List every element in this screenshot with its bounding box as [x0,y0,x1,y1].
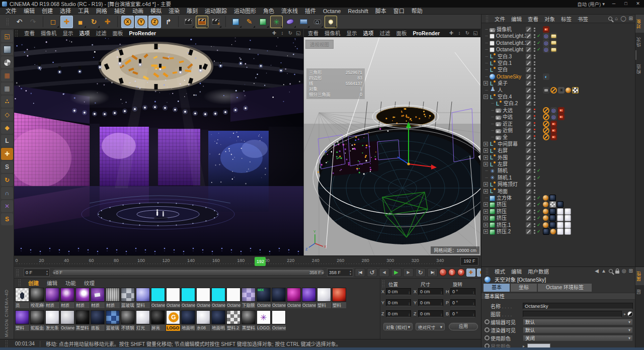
toggle-view-icon[interactable]: ◱ [295,30,301,36]
material-thumbnail[interactable] [211,288,225,302]
add-panel-icon[interactable]: ⊞ [629,16,633,21]
mat-white-tag[interactable] [565,215,571,221]
object-row-近侧[interactable]: ─近侧 [481,127,635,134]
vpl-menu-4[interactable]: 过滤 [93,29,110,37]
material-thumbnail[interactable] [332,288,346,302]
edit-toggle-icon[interactable] [526,40,531,46]
visibility-dots[interactable] [534,176,535,178]
enabled-check-icon[interactable]: ✓ [537,46,541,53]
side-tab-对象[interactable]: 对象 [635,15,644,33]
enabled-check-icon[interactable]: ✓ [537,33,541,39]
object-row-随机.1[interactable]: ─随机.1✓ [481,174,635,181]
edit-toggle-icon[interactable] [526,141,531,147]
object-row-挤压[interactable]: +挤压✓ [481,215,635,221]
visibility-dots[interactable] [534,196,535,198]
material-thumbnail[interactable] [196,288,210,302]
vpl-menu-0[interactable]: 查看 [21,29,38,37]
om-menu-3[interactable]: 对象 [541,15,558,23]
points-mode-button[interactable] [1,96,13,108]
visibility-dots[interactable] [534,135,535,137]
enabled-check-icon[interactable]: ✓ [537,215,541,221]
edit-toggle-icon[interactable] [526,88,531,93]
vpl-menu-1[interactable]: 摄像机 [38,29,60,37]
rotate-workplane-button[interactable] [1,174,13,186]
visibility-dots[interactable] [534,34,535,36]
layout-selector[interactable]: 自动 (用户)▾ [574,1,608,8]
object-row-立方体[interactable]: ─立方体✓ [481,195,635,201]
visibility-dots[interactable] [534,169,535,170]
toolbar-grip[interactable] [6,18,9,25]
enabled-check-icon[interactable]: ✓ [537,174,541,181]
attribute-grip[interactable] [486,268,489,275]
material-thumbnail[interactable] [106,288,120,302]
mat-white-tag[interactable] [565,228,571,235]
layer-browse-icon[interactable] [627,311,633,317]
material-thumbnail[interactable] [45,288,59,302]
enabled-check-icon[interactable]: ✓ [537,167,541,174]
material-地面明-11[interactable]: 地面明 [181,310,196,331]
object-row-OctaneLight[interactable]: ─OctaneLight✓ [481,46,635,53]
material-thumbnail[interactable] [226,310,240,324]
material-tab-创建[interactable]: 创建 [24,279,43,287]
material-thumbnail[interactable] [302,288,316,302]
vpr-menu-4[interactable]: 过滤 [377,29,393,37]
position-Y-field[interactable]: 0 cm [386,299,411,306]
pan-view-icon[interactable]: ✚ [271,30,277,36]
camera-button[interactable] [311,16,324,28]
object-row-OctaneSky[interactable]: ─OctaneSky [481,73,635,80]
mat-checker-tag[interactable] [549,201,556,208]
expand-toggle[interactable]: − [484,95,488,99]
layer-input[interactable] [523,311,622,317]
visibility-dots[interactable] [534,68,535,69]
expand-toggle[interactable]: + [484,142,488,146]
material-材质-5[interactable]: 材质 [91,288,105,308]
uv-mode-button[interactable] [1,82,13,95]
cam-red-tag[interactable] [550,127,557,134]
main-menu-19[interactable]: 窗口 [390,8,408,15]
edit-toggle-icon[interactable] [526,108,531,113]
live-selection-button[interactable] [47,16,59,28]
slider-left-arrow-icon[interactable]: ◂ [53,270,55,276]
previous-key-button[interactable] [367,268,377,277]
timeline-ruler[interactable]: 192 192 F 020406080100120140160180200220… [14,255,480,267]
edit-toggle-icon[interactable] [526,168,531,173]
material-材质-2[interactable]: 材质 [45,288,60,308]
material-thumbnail[interactable] [75,310,90,324]
object-row-空白.3[interactable]: ─空白.3 [481,53,635,60]
timeline-playhead[interactable]: 192 [255,257,266,266]
visibility-dots[interactable] [534,149,535,150]
edit-toggle-icon[interactable] [526,114,531,120]
texture-mode-button[interactable] [1,56,13,68]
material-材质-6[interactable]: 材质 [106,288,120,308]
polygons-mode-button[interactable] [1,122,13,134]
使用颜色-dropdown[interactable]: 关闭▾ [523,335,633,341]
object-row-挤压[interactable]: +挤压✓ [481,201,635,208]
main-menu-9[interactable]: 渲染 [165,8,183,15]
material-thumbnail[interactable] [242,288,256,302]
material-Octane-13[interactable]: Octane [211,288,226,308]
visibility-dots[interactable] [534,216,535,218]
mat-dark-tag[interactable] [543,228,549,235]
target-tag[interactable] [543,40,549,46]
visibility-dots[interactable] [534,109,535,110]
edit-toggle-icon[interactable] [526,33,531,39]
material-LOGO-10[interactable]: LOGO [166,310,181,331]
lock-y-button[interactable]: Y [135,16,147,28]
make-editable-button[interactable] [1,30,13,42]
material-thumbnail[interactable] [151,310,165,324]
edit-toggle-icon[interactable] [526,47,531,52]
material-thumbnail[interactable] [242,310,256,324]
material-thumbnail[interactable] [45,310,59,324]
visibility-dots[interactable] [534,89,535,90]
cam-sm-tag[interactable] [543,87,549,94]
object-row-挤压.1[interactable]: +挤压.1✓ [481,222,635,228]
perspective-view[interactable]: YXZ 透视视图 三角形2529671四边形83线5564137对象1细分三角面… [304,37,480,255]
om-menu-1[interactable]: 编辑 [508,15,525,23]
lock-x-button[interactable]: X [121,16,134,28]
stepper-icon[interactable]: ▴▾ [46,270,48,276]
material-塑料.2-14[interactable]: 塑料.2 [226,310,241,331]
tab-坐标[interactable]: 坐标 [511,284,537,292]
enabled-check-icon[interactable]: ✓ [537,228,541,235]
material-塑料-0[interactable]: 塑料 [15,310,30,331]
enable-snap-button[interactable] [1,187,13,199]
